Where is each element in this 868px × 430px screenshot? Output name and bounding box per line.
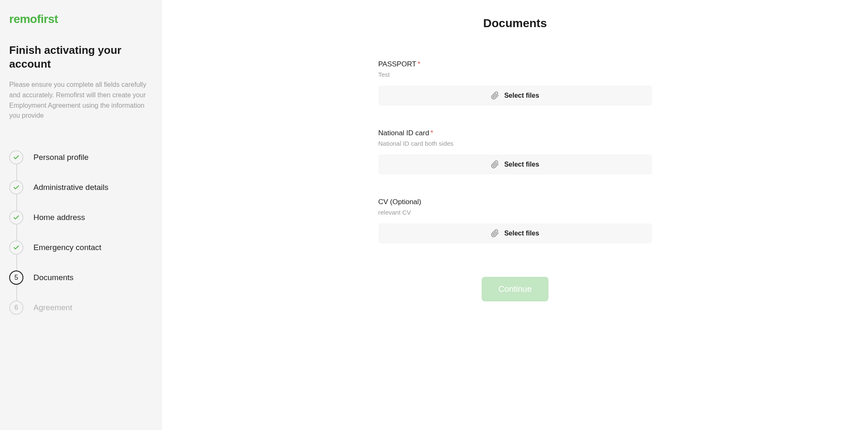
step-emergency-contact[interactable]: Emergency contact xyxy=(9,240,153,271)
select-files-label: Select files xyxy=(504,92,539,99)
select-files-label: Select files xyxy=(504,161,539,168)
field-national-id: National ID card* National ID card both … xyxy=(378,129,652,175)
select-files-button-cv[interactable]: Select files xyxy=(378,223,652,243)
step-home-address[interactable]: Home address xyxy=(9,210,153,240)
brand-logo: remofirst xyxy=(9,13,153,26)
field-cv: CV (Optional) relevant CV Select files xyxy=(378,198,652,243)
step-documents[interactable]: 5 Documents xyxy=(9,271,153,301)
step-connector xyxy=(16,285,17,301)
field-label-text: CV (Optional) xyxy=(378,198,421,206)
field-label-text: PASSPORT xyxy=(378,60,416,68)
required-indicator: * xyxy=(418,60,421,68)
step-label: Personal profile xyxy=(33,153,89,162)
select-files-button-national-id[interactable]: Select files xyxy=(378,154,652,175)
step-connector xyxy=(16,195,17,210)
field-description: National ID card both sides xyxy=(378,140,652,147)
field-label: CV (Optional) xyxy=(378,198,652,206)
field-description: Test xyxy=(378,71,652,78)
step-number-icon: 5 xyxy=(9,271,23,285)
documents-form: PASSPORT* Test Select files National ID … xyxy=(378,60,652,301)
step-list: Personal profile Administrative details … xyxy=(9,150,153,315)
step-label: Documents xyxy=(33,273,74,282)
field-label: PASSPORT* xyxy=(378,60,652,68)
check-icon xyxy=(9,180,23,195)
step-connector xyxy=(16,225,17,240)
field-passport: PASSPORT* Test Select files xyxy=(378,60,652,106)
sidebar-title: Finish activating your account xyxy=(9,43,153,71)
step-connector xyxy=(16,255,17,271)
sidebar-description: Please ensure you complete all fields ca… xyxy=(9,80,151,121)
paperclip-icon xyxy=(491,91,499,100)
select-files-button-passport[interactable]: Select files xyxy=(378,86,652,106)
step-number-icon: 6 xyxy=(9,301,23,315)
sidebar: remofirst Finish activating your account… xyxy=(0,0,162,430)
check-icon xyxy=(9,150,23,164)
step-agreement[interactable]: 6 Agreement xyxy=(9,301,153,315)
paperclip-icon xyxy=(491,229,499,238)
step-label: Agreement xyxy=(33,303,72,312)
step-administrative-details[interactable]: Administrative details xyxy=(9,180,153,210)
step-connector xyxy=(16,164,17,180)
field-label-text: National ID card xyxy=(378,129,429,137)
continue-button[interactable]: Continue xyxy=(482,277,548,301)
select-files-label: Select files xyxy=(504,230,539,237)
page-title: Documents xyxy=(483,17,547,30)
step-label: Emergency contact xyxy=(33,243,102,252)
field-label: National ID card* xyxy=(378,129,652,137)
step-label: Home address xyxy=(33,213,85,222)
field-description: relevant CV xyxy=(378,209,652,216)
main-content: Documents PASSPORT* Test Select files Na… xyxy=(162,0,868,430)
check-icon xyxy=(9,210,23,225)
check-icon xyxy=(9,240,23,255)
step-label: Administrative details xyxy=(33,183,109,192)
step-personal-profile[interactable]: Personal profile xyxy=(9,150,153,180)
required-indicator: * xyxy=(430,129,433,137)
paperclip-icon xyxy=(491,160,499,169)
